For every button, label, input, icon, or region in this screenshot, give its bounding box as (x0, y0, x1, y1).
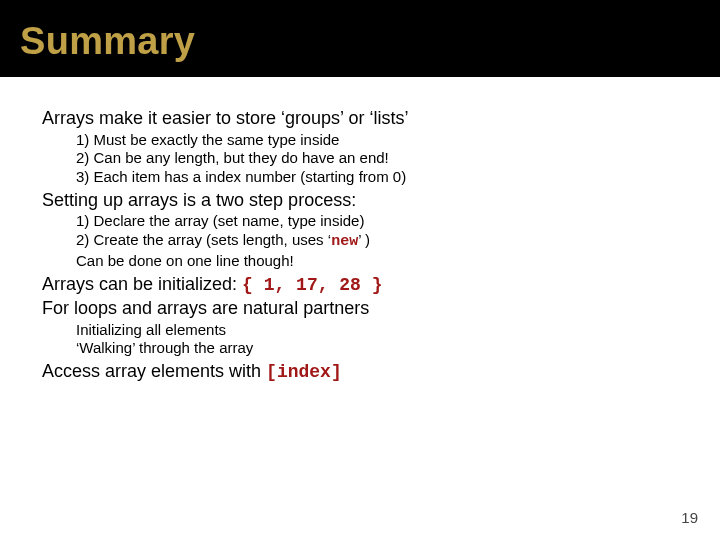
slide-title: Summary (20, 20, 700, 63)
bullet-for-loops-partners: For loops and arrays are natural partner… (42, 297, 678, 320)
bullet-arrays-initialized: Arrays can be initialized: { 1, 17, 28 } (42, 273, 678, 297)
sub-walking-array: ‘Walking’ through the array (76, 339, 678, 358)
sub-init-all-elements: Initializing all elements (76, 321, 678, 340)
bullet-two-step-setup: Setting up arrays is a two step process: (42, 189, 678, 212)
slide: Summary Arrays make it easier to store ‘… (0, 0, 720, 540)
code-index: [index] (266, 362, 342, 382)
arrays-initialized-text: Arrays can be initialized: (42, 274, 242, 294)
sub-one-line: Can be done on one line though! (76, 252, 678, 271)
sub-create-array: 2) Create the array (sets length, uses ‘… (76, 231, 678, 252)
code-init-literal: { 1, 17, 28 } (242, 275, 382, 295)
sub-declare-array: 1) Declare the array (set name, type ins… (76, 212, 678, 231)
slide-body: Arrays make it easier to store ‘groups’ … (0, 77, 720, 384)
sub-same-type: 1) Must be exactly the same type inside (76, 131, 678, 150)
page-number: 19 (681, 509, 698, 526)
bullet-arrays-store-groups: Arrays make it easier to store ‘groups’ … (42, 107, 678, 130)
sub-index-number: 3) Each item has a index number (startin… (76, 168, 678, 187)
sub-create-array-post: ’ ) (358, 231, 370, 248)
code-new: new (331, 233, 358, 250)
title-band: Summary (0, 0, 720, 77)
bullet-access-with-index: Access array elements with [index] (42, 360, 678, 384)
access-text: Access array elements with (42, 361, 266, 381)
sub-any-length: 2) Can be any length, but they do have a… (76, 149, 678, 168)
sub-create-array-pre: 2) Create the array (sets length, uses ‘ (76, 231, 331, 248)
